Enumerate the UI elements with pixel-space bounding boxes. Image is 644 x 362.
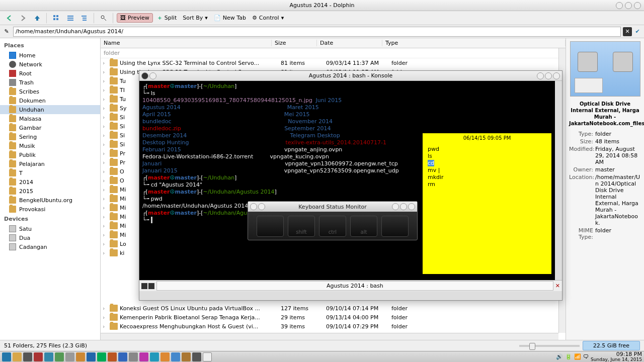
ksm-pin-icon[interactable] [258,203,265,210]
hscrollbar[interactable] [101,333,558,340]
sidebar-item-sering[interactable]: Sering [0,132,100,141]
sidebar-item-bengkelubuntu.org[interactable]: BengkelUbuntu.org [0,196,100,205]
forward-button[interactable] [17,13,29,24]
split-button[interactable]: ＋ Split [155,14,179,22]
sidebar-item-scribes[interactable]: Scribes [0,87,100,96]
address-input[interactable]: /home/master/Unduhan/Agustus 2014/ [13,27,621,37]
expand-icon[interactable]: › [103,305,110,312]
ksm-close-button[interactable] [408,203,415,210]
table-row[interactable]: ›Kemenperin Pabrik Bioetanol Serap Tenag… [101,313,566,322]
task-icon[interactable] [108,352,117,361]
sidebar-item-publik[interactable]: Publik [0,150,100,159]
task-icon[interactable] [65,352,74,361]
sidebar-item-root[interactable]: Root [0,69,100,78]
ksm-minimize-button[interactable] [392,203,399,210]
col-date[interactable]: Date [317,40,382,46]
close-button[interactable] [634,2,641,9]
col-size[interactable]: Size [272,40,317,46]
go-icon[interactable]: ✔ [633,27,642,36]
expand-icon[interactable]: › [103,132,110,139]
expand-icon[interactable]: › [103,105,110,112]
filter-row[interactable]: folder [101,48,566,58]
sidebar-item-unduhan[interactable]: Unduhan [0,105,100,114]
expand-icon[interactable]: › [103,60,110,66]
sticky-note[interactable]: 06/14/15 09:05 PM pwdlscdmv |mkdirrm [423,133,551,274]
expand-icon[interactable]: › [103,232,110,238]
konsole-maximize-button[interactable] [545,72,552,79]
minimize-button[interactable] [616,2,623,9]
edit-path-icon[interactable]: ✎ [2,27,11,36]
expand-icon[interactable]: › [103,123,110,130]
expand-icon[interactable]: › [103,141,110,148]
konsole-tab[interactable]: Agustus 2014 : bash [156,281,553,291]
expand-icon[interactable]: › [103,223,110,229]
expand-icon[interactable]: › [103,150,110,157]
sidebar-item-2014[interactable]: 2014 [0,177,100,187]
up-button[interactable] [31,13,43,24]
col-type[interactable]: Type [382,40,566,46]
task-icon[interactable] [129,352,138,361]
table-row[interactable]: ›Using the Lynx SSC-32 Terminal to Contr… [101,58,566,67]
newtab-button[interactable]: 📄 New Tab [212,15,248,21]
view-tree-button[interactable] [78,13,91,24]
clear-icon[interactable]: ✕ [623,27,632,36]
expand-icon[interactable]: › [103,187,110,193]
sidebar-item-gambar[interactable]: Gambar [0,123,100,132]
task-icon[interactable] [76,352,85,361]
back-button[interactable] [3,13,15,24]
view-icons-button[interactable] [50,13,62,24]
expand-icon[interactable]: › [103,241,110,247]
task-icon[interactable] [23,352,32,361]
tray-icon[interactable]: 🗨 [583,353,589,360]
sidebar-item-provokasi[interactable]: Provokasi [0,205,100,214]
task-icon[interactable] [34,352,43,361]
konsole-minimize-button[interactable] [537,72,544,79]
kde-menu-button[interactable] [2,352,11,361]
sidebar-item-musik[interactable]: Musik [0,141,100,150]
expand-icon[interactable]: › [103,168,110,175]
tab-menu-icon[interactable] [148,283,154,289]
column-headers[interactable]: Name Size Date Type [101,38,566,48]
col-name[interactable]: Name [101,40,272,46]
sidebar-item-network[interactable]: Network [0,60,100,69]
sortby-button[interactable]: Sort By ▾ [181,15,210,21]
tab-close-button[interactable]: ✕ [553,283,562,289]
terminal-scrollbar[interactable] [555,81,562,280]
sidebar-item-dokumen[interactable]: Dokumen [0,96,100,105]
sidebar-item-home[interactable]: Home [0,51,100,60]
task-icon[interactable] [87,352,96,361]
expand-icon[interactable]: › [103,78,110,84]
task-icon[interactable] [160,352,170,361]
task-icon[interactable] [203,352,212,361]
expand-icon[interactable]: › [103,87,110,94]
task-icon[interactable] [139,352,148,361]
ksm-titlebar[interactable]: Keyboard Status Monitor [248,202,417,212]
tray-icon[interactable]: 📶 [574,353,581,360]
task-filemanager-icon[interactable] [13,352,22,361]
device-item-cadangan[interactable]: Cadangan [0,242,100,251]
expand-icon[interactable]: › [103,323,110,330]
ksm-icon[interactable] [250,203,257,210]
task-icon[interactable] [182,352,191,361]
expand-icon[interactable]: › [103,69,110,75]
sticky-body[interactable]: pwdlscdmv |mkdirrm [423,143,551,191]
device-item-satu[interactable]: Satu [0,224,100,233]
expand-icon[interactable]: › [103,96,110,103]
sidebar-item-malsasa[interactable]: Malsasa [0,114,100,123]
preview-toggle[interactable]: 🖼 Preview [117,13,153,23]
expand-icon[interactable]: › [103,196,110,202]
keyboard-status-window[interactable]: Keyboard Status Monitor shiftctrlalt [248,201,418,240]
task-icon[interactable] [55,352,64,361]
task-icon[interactable] [150,352,159,361]
tray-icon[interactable]: 🔊 [556,353,563,360]
konsole-close-button[interactable] [553,72,560,79]
maximize-button[interactable] [625,2,632,9]
control-menu[interactable]: ⚙ Control ▾ [250,15,286,21]
expand-icon[interactable]: › [103,314,110,321]
task-icon[interactable] [192,352,201,361]
task-icon[interactable] [118,352,127,361]
sidebar-item-trash[interactable]: Trash [0,78,100,87]
expand-icon[interactable]: › [103,159,110,166]
expand-icon[interactable]: › [103,205,110,211]
expand-icon[interactable]: › [103,250,110,256]
